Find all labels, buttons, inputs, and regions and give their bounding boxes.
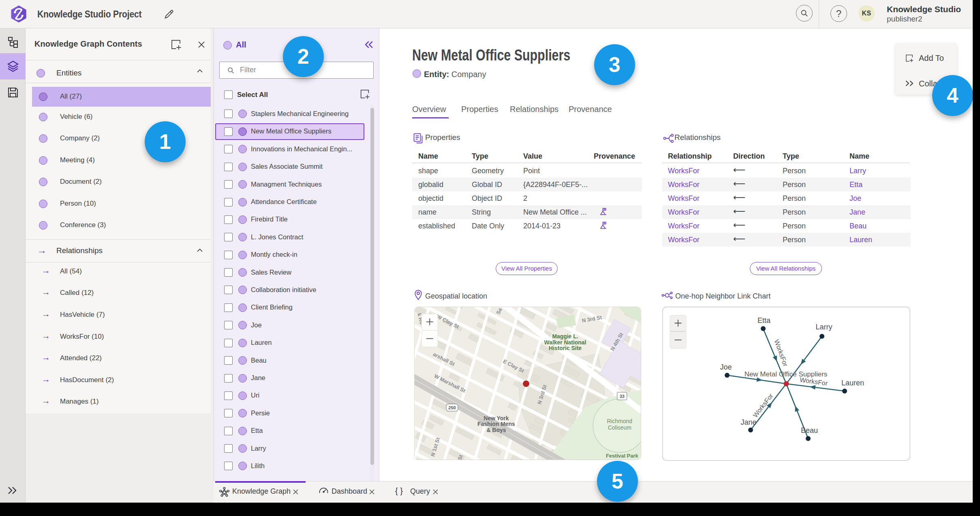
svg-text:Beau: Beau (801, 426, 818, 434)
svg-text:Historic Site: Historic Site (549, 345, 582, 351)
svg-text:Jane: Jane (740, 418, 756, 426)
svg-text:Fashion Mens: Fashion Mens (477, 421, 515, 427)
svg-text:New Metal Office Suppliers: New Metal Office Suppliers (745, 370, 828, 378)
svg-text:Walker National: Walker National (544, 339, 586, 346)
svg-text:Coliseum: Coliseum (608, 424, 631, 431)
svg-text:Festival Park: Festival Park (606, 453, 639, 459)
svg-text:Joe: Joe (720, 363, 732, 371)
svg-text:Larry: Larry (815, 323, 832, 331)
svg-text:New York: New York (484, 415, 509, 421)
svg-text:250: 250 (448, 405, 456, 410)
svg-text:Maggie L.: Maggie L. (552, 333, 578, 340)
svg-text:Richmond: Richmond (607, 418, 632, 424)
svg-text:Lauren: Lauren (841, 379, 864, 387)
svg-text:33: 33 (620, 394, 625, 399)
svg-text:& Boys: & Boys (486, 427, 506, 433)
svg-text:Etta: Etta (757, 316, 771, 325)
